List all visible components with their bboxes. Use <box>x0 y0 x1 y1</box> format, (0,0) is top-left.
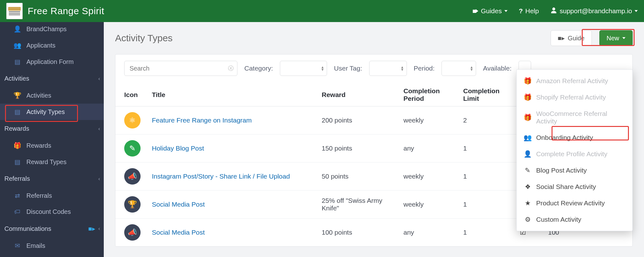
sidebar-section-referrals[interactable]: Referrals ‹ <box>0 170 104 187</box>
sidebar-item-label: Reward Types <box>26 158 66 166</box>
sidebar-item-label: Rewards <box>26 142 51 149</box>
video-icon: ■ <box>472 7 478 15</box>
sliders-icon: ⚙ <box>524 216 531 223</box>
new-button[interactable]: New <box>599 30 633 46</box>
star-icon: ★ <box>524 199 531 207</box>
sidebar-section-label: Communications <box>4 225 51 232</box>
user-tag-label: User Tag: <box>334 65 362 72</box>
main-content: Activity Types ■▸ Guide New ⓧ Category: … <box>104 22 644 257</box>
sidebar-item-discount-codes[interactable]: 🏷 Discount Codes <box>0 204 104 220</box>
dropdown-item[interactable]: 👥Onboarding Activity <box>517 129 632 146</box>
sidebar-section-communications[interactable]: Communications ■▸ ‹ <box>0 220 104 237</box>
sidebar-item-application-form[interactable]: ▤ Application Form <box>0 54 104 70</box>
activity-title-link[interactable]: Instagram Post/Story - Share Link / File… <box>152 173 290 180</box>
search-input[interactable] <box>124 61 237 76</box>
dropdown-item[interactable]: ⚙Custom Activity <box>517 211 632 228</box>
cell-limit: 1 <box>458 163 514 191</box>
guides-menu[interactable]: ■ Guides <box>472 7 507 15</box>
activity-icon: 📣 <box>124 168 141 185</box>
caret-down-icon <box>635 10 638 12</box>
dropdown-item: 👤Complete Profile Activity <box>517 146 632 162</box>
gift-icon: 🎁 <box>524 114 531 121</box>
sidebar-section-rewards[interactable]: Rewards ‹ <box>0 120 104 137</box>
dropdown-item[interactable]: ❖Social Share Activity <box>517 179 632 195</box>
users-icon: 👥 <box>13 42 22 49</box>
cell-title: Holiday Blog Post <box>146 134 316 163</box>
search-input-wrapper: ⓧ <box>124 61 237 76</box>
brand-title: Free Range Spirit <box>28 6 104 16</box>
col-title: Title <box>146 83 316 106</box>
sidebar-item-label: Application Form <box>26 58 74 66</box>
chevron-left-icon: ‹ <box>98 176 100 182</box>
new-button-label: New <box>607 35 619 42</box>
dropdown-item[interactable]: ★Product Review Activity <box>517 195 632 211</box>
sidebar-section-label: Activities <box>4 75 29 82</box>
cell-limit: 1 <box>458 191 514 219</box>
sidebar-item-applicants[interactable]: 👥 Applicants <box>0 37 104 54</box>
col-period: Completion Period <box>398 83 458 106</box>
dropdown-item-label: WooCommerce Referral Activity <box>536 110 625 125</box>
activity-icon: 🏆 <box>124 196 141 213</box>
clear-icon[interactable]: ⓧ <box>228 65 234 72</box>
sidebar-item-label: Activity Types <box>26 108 65 116</box>
sidebar-item-label: Emails <box>26 242 45 249</box>
dropdown-item-label: Social Share Activity <box>536 183 596 191</box>
guides-label: Guides <box>481 7 502 15</box>
cell-icon: ⚛ <box>115 106 146 134</box>
list-icon: ▤ <box>13 158 22 166</box>
cell-period: weekly <box>398 191 458 219</box>
activity-title-link[interactable]: Feature Free Range on Instagram <box>152 117 252 124</box>
dropdown-item-label: Blog Post Activity <box>536 167 587 174</box>
sidebar-section-activities[interactable]: Activities ‹ <box>0 70 104 87</box>
users-icon: 👥 <box>524 134 531 141</box>
list-icon: ▤ <box>13 108 22 116</box>
sidebar-item-brandchamps[interactable]: 👤 BrandChamps <box>0 22 104 37</box>
brand-logo <box>6 3 23 19</box>
help-label: Help <box>525 7 539 15</box>
sidebar-section-label: Referrals <box>4 175 30 182</box>
dropdown-item[interactable]: ✎Blog Post Activity <box>517 162 632 179</box>
sidebar-item-referrals[interactable]: ⇄ Referrals <box>0 187 104 204</box>
user-icon <box>550 7 557 15</box>
cell-icon: 📣 <box>115 163 146 191</box>
cell-title: Social Media Post <box>146 219 316 247</box>
top-bar: Free Range Spirit ■ Guides ? Help suppor… <box>0 0 644 22</box>
dropdown-item: 🎁Amazon Referral Activity <box>517 73 632 89</box>
cell-period: weekly <box>398 106 458 134</box>
question-icon: ? <box>519 7 523 15</box>
period-select[interactable]: ▲▼ <box>441 61 476 76</box>
dropdown-item: 🎁Shopify Referral Activity <box>517 89 632 106</box>
cell-icon: 📣 <box>115 219 146 247</box>
activity-title-link[interactable]: Holiday Blog Post <box>152 145 204 152</box>
category-select[interactable]: ▲▼ <box>280 61 327 76</box>
sidebar-item-activities[interactable]: 🏆 Activities <box>0 87 104 104</box>
page-title: Activity Types <box>115 33 173 43</box>
user-menu[interactable]: support@brandchamp.io <box>550 7 638 15</box>
cell-period: any <box>398 134 458 163</box>
guide-button[interactable]: ■▸ Guide <box>551 30 592 46</box>
dropdown-item-label: Product Review Activity <box>536 199 605 207</box>
dropdown-item-label: Onboarding Activity <box>536 134 593 141</box>
sidebar-item-label: Activities <box>26 92 51 99</box>
user-email: support@brandchamp.io <box>560 7 632 15</box>
help-link[interactable]: ? Help <box>519 7 539 15</box>
sidebar-item-label: Referrals <box>26 192 52 199</box>
sidebar-item-reward-types[interactable]: ▤ Reward Types <box>0 154 104 170</box>
activity-icon: 📣 <box>124 224 141 241</box>
sidebar-item-emails[interactable]: ✉ Emails <box>0 237 104 254</box>
activity-title-link[interactable]: Social Media Post <box>152 229 205 236</box>
video-icon: ■▸ <box>558 34 565 42</box>
cell-icon: ✎ <box>115 134 146 163</box>
sidebar-item-label: Applicants <box>26 42 55 49</box>
cell-reward: 50 points <box>316 163 398 191</box>
sidebar-item-rewards[interactable]: 🎁 Rewards <box>0 137 104 154</box>
cell-reward: 25% off "Swiss Army Knife" <box>316 191 398 219</box>
cell-limit: 1 <box>458 219 514 247</box>
sidebar-item-activity-types[interactable]: ▤ Activity Types <box>0 104 104 120</box>
cell-reward: 150 points <box>316 134 398 163</box>
user-tag-select[interactable]: ▲▼ <box>369 61 407 76</box>
gift-icon: 🎁 <box>524 94 531 101</box>
category-label: Category: <box>244 65 273 72</box>
col-icon: Icon <box>115 83 146 106</box>
activity-title-link[interactable]: Social Media Post <box>152 201 205 208</box>
